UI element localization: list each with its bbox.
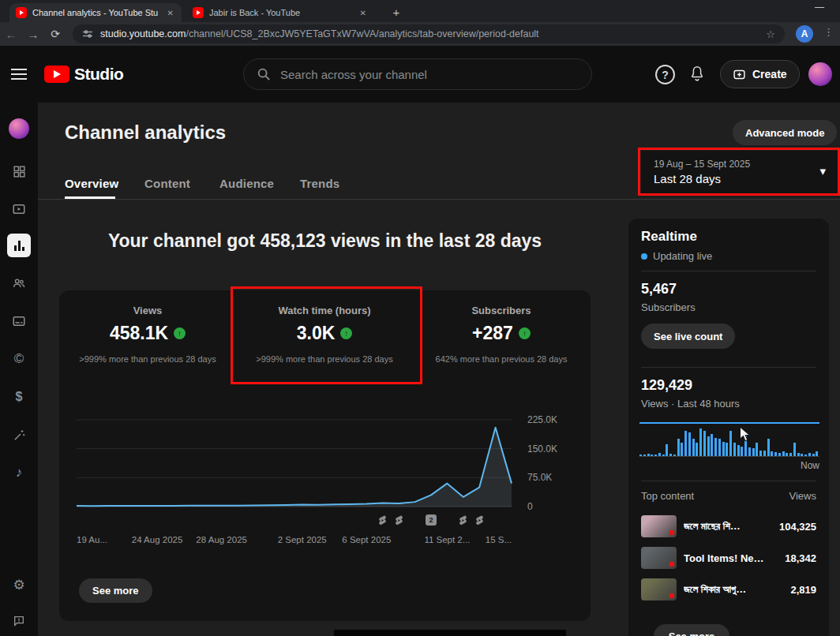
video-title: Tool Items! Ne… — [684, 552, 778, 564]
date-range-text: 19 Aug – 15 Sept 2025 — [654, 159, 826, 170]
browser-tab-active[interactable]: Channel analytics - YouTube Stu ✕ — [9, 3, 182, 22]
realtime-see-more-button[interactable]: See more — [654, 624, 729, 636]
search-icon — [257, 67, 271, 81]
mouse-cursor — [739, 426, 752, 443]
sidebar-item-content[interactable] — [7, 197, 31, 221]
youtube-favicon — [193, 7, 204, 18]
shorts-marker-icon[interactable] — [474, 514, 485, 526]
new-tab-button[interactable]: + — [388, 4, 404, 20]
sidebar-item-copyright[interactable]: © — [7, 347, 31, 371]
top-content-row[interactable]: জলে মাছের শি… 104,325 — [641, 512, 816, 541]
bookmark-star-icon[interactable]: ☆ — [766, 28, 775, 40]
chart-event-markers[interactable]: 2 — [77, 514, 512, 527]
tab-trends[interactable]: Trends — [300, 177, 339, 190]
tab-close-icon[interactable]: ✕ — [358, 9, 368, 17]
site-settings-icon[interactable] — [82, 28, 93, 39]
notifications-bell-icon[interactable] — [688, 65, 707, 84]
realtime-bar-chart[interactable] — [639, 422, 819, 457]
forward-button[interactable]: → — [24, 24, 43, 43]
tab-overview[interactable]: Overview — [65, 177, 118, 190]
youtube-favicon — [16, 7, 27, 18]
browser-tab[interactable]: Jabir is Back - YouTube ✕ — [186, 3, 374, 22]
sidebar-item-customization[interactable] — [7, 423, 31, 447]
dollar-icon: $ — [16, 390, 23, 404]
menu-icon[interactable] — [11, 69, 27, 80]
date-range-picker[interactable]: 19 Aug – 15 Sept 2025 Last 28 days ▾ — [641, 151, 838, 193]
tab-title: Channel analytics - YouTube Stu — [32, 8, 160, 17]
window-minimize-button[interactable]: — — [815, 2, 824, 13]
metric-subscribers[interactable]: Subscribers +287↑ 642% more than previou… — [413, 305, 590, 364]
shorts-marker-icon[interactable] — [377, 514, 388, 526]
top-content-row[interactable]: জলে শিকার আগু… 2,819 — [641, 575, 816, 604]
shorts-marker-icon[interactable] — [458, 514, 469, 526]
browser-toolbar: ← → ⟳ studio.youtube.com/channel/UCS8_2B… — [0, 22, 840, 46]
tab-content[interactable]: Content — [144, 177, 190, 190]
sidebar-item-settings[interactable]: ⚙ — [7, 573, 31, 597]
realtime-views-value: 129,429 — [641, 377, 692, 394]
advanced-mode-button[interactable]: Advanced mode — [733, 120, 837, 145]
metric-views[interactable]: Views 458.1K↑ >999% more than previous 2… — [59, 305, 236, 364]
realtime-status: Updating live — [641, 250, 712, 262]
top-content-header: Top contentViews — [641, 490, 816, 502]
bottom-strip — [334, 630, 566, 636]
now-label: Now — [639, 460, 819, 471]
top-content-row[interactable]: Tool Items! Ne… 18,342 — [641, 544, 816, 572]
reload-button[interactable]: ⟳ — [46, 24, 65, 43]
video-thumbnail — [641, 578, 677, 600]
address-bar[interactable]: studio.youtube.com/channel/UCS8_2BxcJW5Y… — [73, 24, 785, 43]
video-title: জলে মাছের শি… — [684, 520, 772, 533]
tab-title: Jabir is Back - YouTube — [209, 8, 353, 17]
video-title: জলে শিকার আগু… — [684, 583, 783, 596]
back-button[interactable]: ← — [2, 24, 21, 43]
create-label: Create — [752, 68, 787, 80]
video-views: 104,325 — [779, 521, 816, 533]
see-more-button[interactable]: See more — [79, 578, 152, 603]
music-note-icon: ♪ — [16, 465, 23, 481]
tabs-divider — [38, 199, 840, 200]
channel-avatar[interactable] — [7, 117, 31, 140]
page-title: Channel analytics — [65, 122, 226, 144]
shorts-marker-icon[interactable] — [393, 514, 404, 526]
sidebar-item-dashboard[interactable] — [7, 159, 31, 183]
studio-sidebar: © $ ♪ ⚙ — [0, 103, 38, 636]
metric-watch-time[interactable]: Watch time (hours) 3.0K↑ >999% more than… — [236, 305, 413, 364]
video-views: 18,342 — [785, 552, 816, 564]
sidebar-item-analytics-selected[interactable] — [7, 234, 31, 257]
sidebar-item-earn[interactable]: $ — [7, 385, 31, 409]
sidebar-item-feedback[interactable] — [7, 609, 31, 633]
wand-icon — [13, 428, 26, 442]
sidebar-item-community[interactable] — [7, 271, 31, 295]
help-button[interactable]: ? — [655, 65, 675, 84]
browser-menu-icon[interactable]: ⋮ — [823, 26, 834, 38]
browser-profile-avatar[interactable]: A — [796, 25, 813, 43]
analytics-icon — [14, 240, 24, 251]
tab-close-icon[interactable]: ✕ — [166, 9, 175, 17]
divider — [641, 367, 816, 368]
tab-strip: Channel analytics - YouTube Stu ✕ Jabir … — [0, 0, 840, 22]
sidebar-item-audio-library[interactable]: ♪ — [7, 461, 31, 484]
browser-window: Channel analytics - YouTube Stu ✕ Jabir … — [0, 0, 840, 636]
tab-audience[interactable]: Audience — [219, 177, 274, 190]
trend-up-icon: ↑ — [340, 327, 352, 339]
marker-count-badge[interactable]: 2 — [426, 514, 437, 526]
studio-header: Studio ? Create — [0, 46, 840, 103]
youtube-logo[interactable] — [44, 65, 69, 83]
chart-x-axis: 19 Au...24 Aug 202528 Aug 20252 Sept 202… — [77, 535, 512, 548]
create-button[interactable]: Create — [720, 60, 800, 88]
copyright-icon: © — [14, 351, 24, 367]
see-live-count-button[interactable]: See live count — [641, 324, 735, 349]
subtitles-icon — [12, 314, 26, 328]
divider — [641, 271, 816, 271]
gear-icon: ⚙ — [13, 577, 24, 593]
realtime-chart-topline — [639, 422, 819, 424]
sidebar-item-subtitles[interactable] — [7, 309, 31, 333]
create-icon — [733, 68, 746, 81]
views-line-chart[interactable] — [77, 398, 512, 507]
realtime-subscribers-label: Subscribers — [641, 301, 696, 313]
search-input[interactable] — [280, 68, 579, 81]
divider — [641, 481, 816, 481]
studio-brand[interactable]: Studio — [74, 65, 123, 84]
video-views: 2,819 — [790, 584, 816, 596]
account-avatar[interactable] — [808, 62, 832, 86]
date-preset-text: Last 28 days — [654, 172, 826, 185]
